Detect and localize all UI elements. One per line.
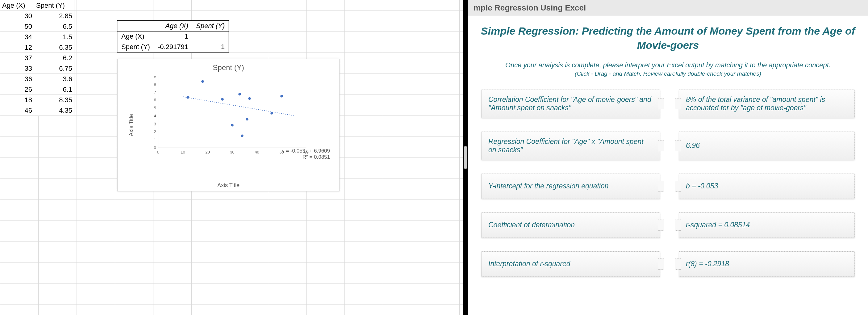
svg-text:2: 2 [154, 130, 156, 134]
cell-y[interactable]: 4.35 [34, 105, 74, 116]
table-row[interactable]: 376.2 [0, 53, 74, 63]
lesson-sub-instructions: (Click - Drag - and Match: Review carefu… [478, 70, 858, 77]
svg-text:7: 7 [154, 90, 156, 94]
svg-point-22 [241, 135, 244, 137]
svg-point-25 [238, 93, 241, 96]
cell-x[interactable]: 26 [0, 84, 34, 95]
r2-line: R² = 0.0851 [282, 154, 330, 160]
cell-x[interactable]: 12 [0, 42, 34, 53]
svg-point-23 [186, 96, 189, 99]
svg-text:3: 3 [154, 122, 156, 126]
lesson-pane: mple Regression Using Excel Simple Regre… [468, 0, 868, 315]
svg-text:6: 6 [154, 97, 156, 102]
table-row[interactable]: 188.35 [0, 95, 74, 105]
table-row[interactable]: 363.6 [0, 74, 74, 84]
table-row[interactable]: 266.1 [0, 84, 74, 95]
match-value-card[interactable]: r-squared = 0.08514 [679, 212, 855, 238]
trendline-equation: y = -0.053x + 6.9609 R² = 0.0851 [282, 148, 330, 160]
match-concept-card[interactable]: Regression Coefficient for "Age" x "Amou… [481, 132, 660, 160]
svg-text:5: 5 [154, 106, 156, 110]
table-row[interactable]: 336.75 [0, 63, 74, 74]
x-axis-title: Axis Title [118, 182, 339, 189]
match-concept-card[interactable]: Coefficient of determination [481, 212, 660, 238]
svg-line-19 [183, 97, 294, 115]
cell-y[interactable]: 2.85 [34, 11, 74, 21]
svg-text:40: 40 [255, 150, 259, 154]
svg-point-29 [270, 112, 273, 115]
cell-x[interactable]: 46 [0, 105, 34, 116]
svg-point-28 [201, 80, 204, 83]
match-grid: Correlation Coefficient for "Age of movi… [481, 90, 855, 277]
corr-yy[interactable]: 1 [192, 42, 229, 52]
col-header-y[interactable]: Spent (Y) [34, 0, 74, 11]
cell-x[interactable]: 50 [0, 21, 34, 32]
svg-point-20 [231, 124, 234, 126]
match-value-card[interactable]: b = -0.053 [679, 174, 855, 199]
svg-text:1: 1 [154, 137, 156, 142]
svg-text:10: 10 [181, 150, 185, 154]
corr-col-y: Spent (Y) [192, 21, 229, 31]
svg-text:8: 8 [154, 82, 156, 86]
cell-x[interactable]: 18 [0, 95, 34, 105]
table-row[interactable]: 506.5 [0, 21, 74, 32]
match-value-card[interactable]: 8% of the total variance of "amount spen… [679, 90, 855, 118]
cell-y[interactable]: 6.35 [34, 42, 74, 53]
cell-y[interactable]: 6.2 [34, 53, 74, 63]
cell-y[interactable]: 6.5 [34, 21, 74, 32]
svg-text:4: 4 [154, 114, 156, 118]
chart-title: Spent (Y) [118, 59, 339, 73]
y-axis-title: Axis Title [128, 114, 134, 136]
svg-text:9: 9 [154, 76, 156, 79]
match-value-card[interactable]: r(8) = -0.2918 [679, 251, 855, 277]
cell-y[interactable]: 8.35 [34, 95, 74, 105]
svg-text:0: 0 [157, 150, 159, 154]
data-table[interactable]: Age (X) Spent (Y) 302.85506.5341.5126.35… [0, 0, 74, 116]
cell-x[interactable]: 33 [0, 63, 34, 74]
corr-empty [118, 21, 154, 31]
split-divider[interactable] [463, 0, 468, 315]
corr-yx[interactable]: -0.291791 [154, 42, 192, 52]
cell-y[interactable]: 1.5 [34, 32, 74, 42]
svg-point-21 [280, 95, 283, 97]
match-concept-card[interactable]: Y-intercept for the regression equation [481, 174, 660, 199]
corr-xy-empty[interactable] [192, 31, 229, 42]
col-header-x[interactable]: Age (X) [0, 0, 34, 11]
corr-xx[interactable]: 1 [154, 31, 192, 42]
svg-text:30: 30 [230, 150, 234, 154]
lesson-instructions: Once your analysis is complete, please i… [478, 61, 858, 69]
cell-x[interactable]: 37 [0, 53, 34, 63]
table-row[interactable]: 341.5 [0, 32, 74, 42]
cell-x[interactable]: 34 [0, 32, 34, 42]
svg-text:0: 0 [154, 145, 156, 150]
svg-point-24 [248, 97, 251, 100]
cell-y[interactable]: 6.1 [34, 84, 74, 95]
match-concept-card[interactable]: Correlation Coefficient for "Age of movi… [481, 90, 660, 118]
table-row[interactable]: 464.35 [0, 105, 74, 116]
spreadsheet-pane: Age (X) Spent (Y) 302.85506.5341.5126.35… [0, 0, 463, 315]
cell-y[interactable]: 3.6 [34, 74, 74, 84]
correlation-table[interactable]: Age (X) Spent (Y) Age (X) 1 Spent (Y) -0… [117, 20, 229, 53]
lesson-title: Simple Regression: Predicting the Amount… [478, 24, 858, 53]
equation-line: y = -0.053x + 6.9609 [282, 148, 330, 154]
match-value-card[interactable]: 6.96 [679, 132, 855, 160]
corr-col-x: Age (X) [154, 21, 192, 31]
drag-handle-icon[interactable] [464, 146, 467, 169]
corr-row-x: Age (X) [118, 31, 154, 42]
svg-text:20: 20 [205, 150, 210, 154]
lesson-header: mple Regression Using Excel [468, 0, 868, 16]
svg-point-26 [246, 118, 248, 121]
cell-x[interactable]: 30 [0, 11, 34, 21]
table-row[interactable]: 302.85 [0, 11, 74, 21]
cell-x[interactable]: 36 [0, 74, 34, 84]
scatter-chart[interactable]: Spent (Y) Axis Title 0123456789010203040… [117, 59, 340, 192]
table-row[interactable]: 126.35 [0, 42, 74, 53]
match-concept-card[interactable]: Interpretation of r-squared [481, 251, 660, 277]
cell-y[interactable]: 6.75 [34, 63, 74, 74]
svg-point-27 [221, 98, 224, 101]
corr-row-y: Spent (Y) [118, 42, 154, 52]
